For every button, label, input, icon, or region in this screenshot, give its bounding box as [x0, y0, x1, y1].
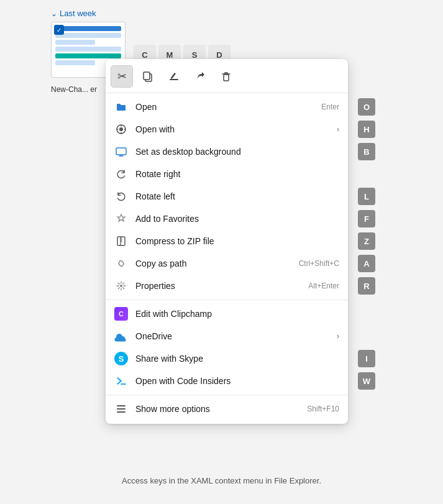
favorites-icon [114, 212, 128, 226]
rotate-left-icon [114, 190, 128, 203]
compress-zip-badge: Z [358, 232, 375, 250]
set-desktop-label: Set as desktop background [135, 147, 339, 157]
skype-label: Share with Skype [135, 354, 339, 364]
caption-text: Access keys in the XAML context menu in … [122, 476, 321, 485]
skype-badge: I [358, 350, 375, 367]
svg-rect-3 [224, 75, 229, 81]
code-insiders-label: Open with Code Insiders [135, 376, 339, 386]
svg-point-5 [119, 127, 123, 131]
svg-rect-9 [117, 405, 126, 406]
menu-item-copy-path[interactable]: Copy as path Ctrl+Shift+C A [106, 252, 348, 275]
copy-path-badge: A [358, 255, 375, 272]
onedrive-arrow: › [337, 332, 339, 341]
svg-rect-2 [170, 79, 178, 80]
open-with-label: Open with [135, 124, 327, 134]
add-favorites-label: Add to Favorites [135, 214, 339, 224]
menu-item-open[interactable]: Open Enter O [106, 96, 348, 118]
context-menu: ✂ Open Enter O Open with › H [106, 59, 348, 424]
delete-icon[interactable] [215, 65, 237, 88]
rename-icon[interactable] [163, 65, 185, 88]
properties-icon [114, 279, 128, 293]
svg-rect-10 [117, 408, 126, 410]
desktop-icon [114, 145, 128, 158]
menu-item-rotate-right[interactable]: Rotate right [106, 163, 348, 185]
code-insiders-icon [114, 374, 128, 388]
menu-item-show-more[interactable]: Show more options Shift+F10 [106, 398, 348, 420]
zip-icon [114, 234, 128, 248]
open-with-arrow: › [337, 125, 339, 134]
open-shortcut: Enter [321, 103, 339, 111]
set-desktop-badge: B [358, 143, 375, 160]
show-more-label: Show more options [135, 404, 299, 414]
rotate-left-badge: L [358, 188, 375, 205]
onedrive-icon [114, 329, 128, 343]
open-with-icon [114, 122, 128, 136]
properties-label: Properties [135, 281, 301, 291]
menu-item-open-with[interactable]: Open with › H [106, 118, 348, 140]
share-icon[interactable] [189, 65, 211, 88]
show-more-shortcut: Shift+F10 [307, 405, 339, 413]
svg-rect-6 [116, 148, 126, 155]
code-insiders-badge: W [358, 372, 375, 390]
copy-path-label: Copy as path [135, 259, 291, 268]
scissors-icon[interactable]: ✂ [111, 65, 133, 88]
properties-shortcut: Alt+Enter [308, 282, 339, 290]
copy-path-icon [114, 257, 128, 270]
last-week-label[interactable]: Last week [51, 9, 96, 18]
copy-icon[interactable] [137, 65, 159, 88]
properties-badge: R [358, 277, 375, 295]
clipchamp-label: Edit with Clipchamp [135, 309, 339, 319]
open-with-badge: H [358, 121, 375, 138]
check-badge: ✓ [54, 25, 64, 35]
svg-point-8 [120, 285, 122, 287]
skype-icon: S [114, 352, 128, 365]
svg-rect-11 [117, 411, 126, 413]
open-icon [114, 100, 128, 114]
menu-item-add-favorites[interactable]: Add to Favorites F [106, 208, 348, 230]
open-badge: O [358, 98, 375, 116]
menu-item-clipchamp[interactable]: C Edit with Clipchamp [106, 303, 348, 325]
svg-rect-1 [144, 72, 150, 80]
menu-item-code-insiders[interactable]: Open with Code Insiders W [106, 370, 348, 392]
rotate-right-icon [114, 167, 128, 181]
clipchamp-icon: C [114, 307, 128, 321]
menu-item-set-desktop[interactable]: Set as desktop background B [106, 140, 348, 163]
menu-item-properties[interactable]: Properties Alt+Enter R [106, 275, 348, 297]
last-week-text: Last week [60, 9, 96, 18]
menu-item-compress-zip[interactable]: Compress to ZIP file Z [106, 230, 348, 252]
mini-toolbar: ✂ [106, 63, 348, 93]
compress-zip-label: Compress to ZIP file [135, 236, 339, 246]
show-more-icon [114, 402, 128, 416]
separator-2 [106, 395, 348, 395]
rotate-left-label: Rotate left [135, 191, 339, 201]
menu-item-rotate-left[interactable]: Rotate left L [106, 185, 348, 208]
rotate-right-label: Rotate right [135, 169, 339, 179]
open-label: Open [135, 102, 314, 112]
add-favorites-badge: F [358, 210, 375, 227]
menu-item-onedrive[interactable]: OneDrive › [106, 325, 348, 347]
onedrive-label: OneDrive [135, 331, 327, 341]
separator-1 [106, 300, 348, 300]
menu-item-skype[interactable]: S Share with Skype I [106, 347, 348, 370]
caption: Access keys in the XAML context menu in … [0, 476, 443, 485]
copy-path-shortcut: Ctrl+Shift+C [299, 259, 339, 268]
